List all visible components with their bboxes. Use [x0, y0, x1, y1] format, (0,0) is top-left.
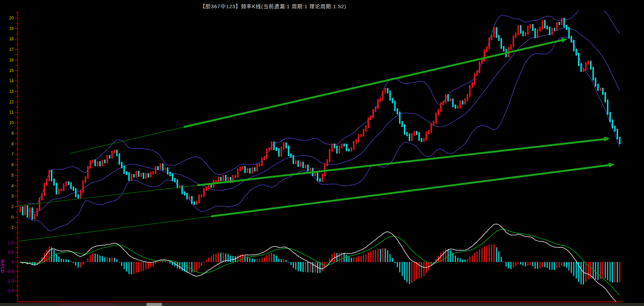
candle-up: [152, 171, 154, 175]
candle-up: [460, 101, 461, 108]
candle-down: [546, 26, 548, 29]
macd-bar-down: [63, 259, 64, 262]
macd-bar-up: [87, 258, 88, 262]
candle-down: [162, 163, 164, 171]
candle-up: [268, 147, 270, 151]
candle-up: [80, 190, 81, 199]
candle-up: [411, 133, 412, 141]
candle-down: [580, 63, 582, 72]
macd-bar-down: [385, 248, 386, 262]
candle-up: [493, 27, 495, 38]
candle-up: [384, 88, 386, 93]
candle-up: [373, 109, 374, 118]
candle-down: [319, 178, 321, 182]
candle-up: [92, 160, 93, 163]
macd-bar-down: [61, 259, 62, 262]
macd-bar-down: [549, 262, 550, 270]
candle-down: [619, 137, 620, 144]
candle-down: [31, 207, 33, 220]
trend-arrow-head: [561, 38, 568, 43]
horizontal-scrollbar[interactable]: [0, 303, 644, 306]
candle-down: [128, 172, 130, 181]
macd-bar-down: [58, 257, 59, 262]
price-axis-label: 3: [11, 194, 14, 199]
candle-up: [247, 168, 248, 173]
macd-bar-down: [70, 262, 71, 262]
candle-up: [474, 73, 475, 85]
candle-up: [235, 175, 236, 178]
macd-bar-up: [481, 248, 482, 262]
candle-up: [443, 101, 444, 105]
macd-bar-down: [462, 259, 463, 262]
candle-down: [406, 132, 408, 136]
macd-bar-up: [472, 256, 473, 262]
candle-up: [155, 166, 156, 174]
candle-up: [518, 25, 519, 35]
candle-down: [70, 182, 72, 189]
candle-up: [63, 184, 64, 191]
candle-up: [48, 170, 50, 181]
candle-up: [29, 207, 30, 218]
scrollbar-thumb[interactable]: [146, 303, 162, 306]
macd-bar-up: [112, 258, 113, 262]
candle-up: [445, 94, 446, 103]
macd-bar-down: [571, 262, 572, 273]
candle-down: [590, 61, 591, 70]
macd-bar-down: [402, 262, 403, 276]
candle-down: [336, 146, 338, 154]
macd-bar-up: [150, 262, 151, 267]
macd-bar-down: [276, 256, 277, 262]
macd-bar-up: [136, 262, 137, 273]
macd-bar-down: [233, 256, 234, 262]
candle-down: [617, 129, 618, 140]
macd-bar-up: [470, 257, 471, 262]
price-axis-label: 5: [11, 173, 14, 178]
candle-up: [438, 109, 439, 115]
macd-bar-down: [564, 262, 565, 267]
macd-bar-up: [283, 259, 284, 262]
candle-up: [201, 194, 202, 197]
candle-down: [520, 25, 521, 34]
candle-up: [583, 68, 584, 72]
macd-bar-up: [264, 257, 265, 262]
candle-down: [501, 38, 502, 49]
candle-up: [136, 171, 137, 178]
macd-bar-up: [329, 258, 330, 262]
macd-bar-up: [138, 262, 139, 272]
macd-bar-up: [206, 260, 207, 262]
candle-down: [607, 100, 608, 115]
macd-bar-up: [204, 262, 205, 263]
macd-bar-up: [559, 262, 560, 267]
macd-bar-up: [513, 262, 514, 268]
macd-bar-down: [121, 262, 122, 266]
macd-bar-down: [274, 254, 275, 262]
macd-bar-down: [75, 262, 76, 266]
candle-up: [295, 160, 296, 164]
candle-down: [392, 98, 393, 103]
macd-bar-down: [457, 258, 458, 262]
candle-down: [604, 92, 606, 102]
macd-bar-up: [215, 254, 216, 262]
macd-bar-down: [95, 254, 96, 262]
macd-bar-up: [107, 257, 108, 262]
macd-bar-down: [165, 261, 166, 262]
candle-up: [58, 189, 59, 194]
candle-up: [513, 35, 514, 47]
candle-down: [532, 24, 533, 31]
macd-bar-down: [380, 249, 381, 262]
candle-up: [515, 32, 516, 38]
macd-bar-down: [293, 262, 294, 268]
candle-up: [198, 194, 200, 203]
candle-down: [578, 53, 579, 66]
macd-bar-down: [291, 262, 292, 265]
chart-canvas[interactable]: 2019181716151413121110987654320-21.00.50…: [0, 0, 644, 302]
price-axis-label: 12: [9, 100, 14, 104]
macd-bar-up: [373, 250, 374, 262]
candle-up: [530, 24, 531, 29]
candle-down: [534, 28, 536, 39]
macd-bar-down: [409, 262, 410, 284]
macd-bar-down: [54, 250, 55, 262]
macd-bar-up: [92, 253, 93, 262]
macd-bar-up: [479, 249, 480, 262]
candle-down: [573, 40, 574, 52]
